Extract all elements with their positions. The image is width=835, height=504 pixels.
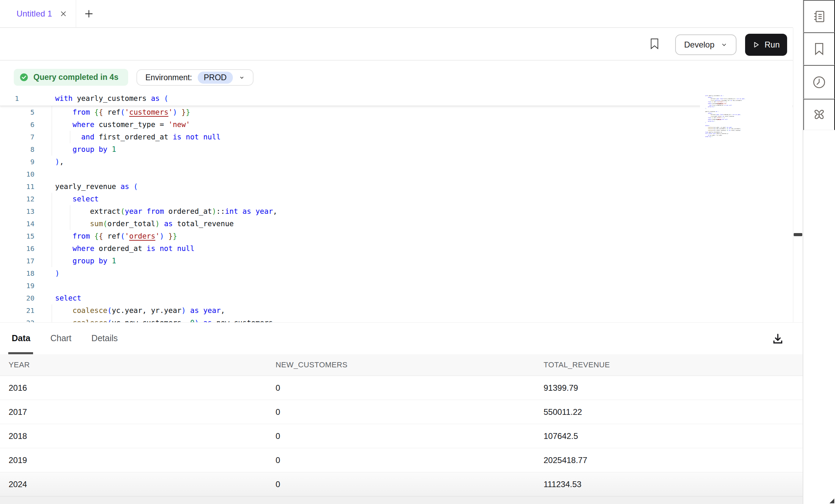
table-cell: 91399.79 bbox=[544, 383, 803, 393]
column-header-total_revenue: TOTAL_REVENUE bbox=[544, 360, 803, 369]
code-line-5[interactable]: 5 from {{ ref('customers') }} bbox=[0, 106, 793, 118]
code-line-10[interactable]: 10 bbox=[0, 168, 793, 180]
line-code: select bbox=[55, 292, 81, 304]
code-line-22[interactable]: 22 coalesce(yc.new_customers, 0) as new_… bbox=[0, 317, 793, 322]
app-root: Untitled 1 Develop Run Query completed i… bbox=[0, 0, 835, 504]
column-header-year: YEAR bbox=[9, 360, 276, 369]
sql-editor[interactable]: 1 with yearly_customers as ( 5 from {{ r… bbox=[0, 86, 793, 322]
sidebar-logo-button[interactable] bbox=[803, 99, 835, 130]
line-code: ), bbox=[55, 156, 64, 168]
sidebar-history-button[interactable] bbox=[803, 65, 835, 99]
code-line-20[interactable]: 20select bbox=[0, 292, 793, 304]
indent-guide bbox=[52, 106, 52, 156]
code-line-12[interactable]: 12 select bbox=[0, 193, 793, 205]
line-code: group by 1 bbox=[55, 143, 116, 156]
line-number: 16 bbox=[0, 242, 34, 255]
bookmark-icon bbox=[812, 42, 826, 56]
code-line-6[interactable]: 6 where customer_type = 'new' bbox=[0, 118, 793, 131]
knot-logo-icon bbox=[812, 107, 826, 122]
sticky-line-code: with yearly_customers as ( bbox=[55, 92, 168, 105]
code-line-19[interactable]: 19 bbox=[0, 280, 793, 292]
results-tabs: DataChartDetails bbox=[12, 323, 118, 354]
line-code: extract(year from ordered_at)::int as ye… bbox=[55, 205, 277, 218]
table-row[interactable]: 201902025418.77 bbox=[0, 448, 803, 472]
sidebar-bookmarks-button[interactable] bbox=[803, 32, 835, 65]
column-header-new_customers: NEW_CUSTOMERS bbox=[276, 360, 544, 369]
table-cell: 2017 bbox=[9, 407, 276, 417]
line-number: 17 bbox=[0, 255, 34, 267]
download-icon bbox=[772, 333, 784, 345]
line-number: 10 bbox=[0, 168, 34, 180]
code-line-14[interactable]: 14 sum(order_total) as total_revenue bbox=[0, 218, 793, 230]
results-tab-details[interactable]: Details bbox=[91, 333, 117, 343]
line-number: 7 bbox=[0, 131, 34, 143]
table-cell: 2025418.77 bbox=[544, 455, 803, 465]
editor-lines[interactable]: 5 from {{ ref('customers') }}6 where cus… bbox=[0, 106, 793, 322]
line-code: coalesce(yc.new_customers, 0) as new_cus… bbox=[55, 317, 277, 322]
code-line-21[interactable]: 21 coalesce(yc.year, yr.year) as year, bbox=[0, 304, 793, 317]
sticky-line-number: 1 bbox=[0, 92, 34, 105]
table-cell: 0 bbox=[276, 455, 544, 465]
line-code: group by 1 bbox=[55, 255, 116, 267]
download-button[interactable] bbox=[769, 330, 787, 348]
line-code: from {{ ref('customers') }} bbox=[55, 106, 190, 118]
table-row[interactable]: 20170550011.22 bbox=[0, 400, 803, 424]
line-code: from {{ ref('orders') }} bbox=[55, 230, 177, 242]
results-tab-chart[interactable]: Chart bbox=[50, 333, 71, 343]
line-number: 9 bbox=[0, 156, 34, 168]
code-line-13[interactable]: 13 extract(year from ordered_at)::int as… bbox=[0, 205, 793, 218]
minimap[interactable]: with yearly_customers as ( select extrac… bbox=[700, 91, 792, 142]
panel-resize-handle[interactable] bbox=[794, 233, 802, 236]
indent-guide bbox=[70, 205, 70, 230]
code-line-17[interactable]: 17 group by 1 bbox=[0, 255, 793, 267]
chevron-down-icon bbox=[721, 41, 728, 48]
resize-gripper[interactable] bbox=[829, 498, 834, 503]
code-line-11[interactable]: 11yearly_revenue as ( bbox=[0, 180, 793, 193]
sticky-scroll-line[interactable]: 1 with yearly_customers as ( bbox=[0, 92, 793, 106]
table-cell: 111234.53 bbox=[544, 480, 803, 489]
line-number: 13 bbox=[0, 205, 34, 218]
table-row[interactable]: 20180107642.5 bbox=[0, 424, 803, 448]
check-circle-icon bbox=[19, 73, 29, 82]
table-cell: 0 bbox=[276, 431, 544, 441]
table-header: YEARNEW_CUSTOMERSTOTAL_REVENUE bbox=[0, 354, 803, 376]
indent-guide bbox=[52, 193, 52, 267]
chevron-down-icon bbox=[238, 74, 245, 81]
table-row[interactable]: 20240111234.53 bbox=[0, 472, 803, 496]
run-button[interactable]: Run bbox=[745, 34, 787, 56]
code-line-7[interactable]: 7 and first_ordered_at is not null bbox=[0, 131, 793, 143]
develop-dropdown-button[interactable]: Develop bbox=[675, 34, 736, 55]
tab-divider bbox=[76, 0, 76, 28]
indent-guide bbox=[70, 131, 70, 143]
line-number: 11 bbox=[0, 180, 34, 193]
line-code: coalesce(yc.year, yr.year) as year, bbox=[55, 304, 225, 317]
table-cell: 0 bbox=[276, 383, 544, 393]
table-cell: 0 bbox=[276, 407, 544, 417]
table-row[interactable]: 2016091399.79 bbox=[0, 376, 803, 400]
code-line-8[interactable]: 8 group by 1 bbox=[0, 143, 793, 156]
line-number: 20 bbox=[0, 292, 34, 304]
environment-selector[interactable]: Environment: PROD bbox=[136, 69, 254, 86]
indent-guide bbox=[52, 304, 52, 322]
bookmark-button[interactable] bbox=[648, 36, 661, 52]
tab-untitled-1[interactable]: Untitled 1 bbox=[0, 0, 76, 28]
editor-right-divider bbox=[793, 28, 793, 322]
code-line-16[interactable]: 16 where ordered_at is not null bbox=[0, 242, 793, 255]
history-clock-icon bbox=[812, 75, 826, 90]
line-number: 8 bbox=[0, 143, 34, 156]
line-code: yearly_revenue as ( bbox=[55, 180, 138, 193]
line-code: where customer_type = 'new' bbox=[55, 118, 190, 131]
sidebar-notebook-button[interactable] bbox=[803, 0, 835, 32]
table-cell: 2024 bbox=[9, 480, 276, 489]
line-number: 15 bbox=[0, 230, 34, 242]
close-tab-icon[interactable] bbox=[60, 10, 67, 18]
code-line-18[interactable]: 18) bbox=[0, 267, 793, 280]
notebook-icon bbox=[812, 9, 826, 24]
new-tab-button[interactable] bbox=[82, 8, 96, 20]
code-line-15[interactable]: 15 from {{ ref('orders') }} bbox=[0, 230, 793, 242]
develop-label: Develop bbox=[684, 40, 714, 50]
code-line-9[interactable]: 9), bbox=[0, 156, 793, 168]
results-tab-data[interactable]: Data bbox=[12, 333, 30, 343]
play-icon bbox=[752, 41, 760, 49]
horizontal-scrollbar-track[interactable] bbox=[0, 496, 803, 504]
